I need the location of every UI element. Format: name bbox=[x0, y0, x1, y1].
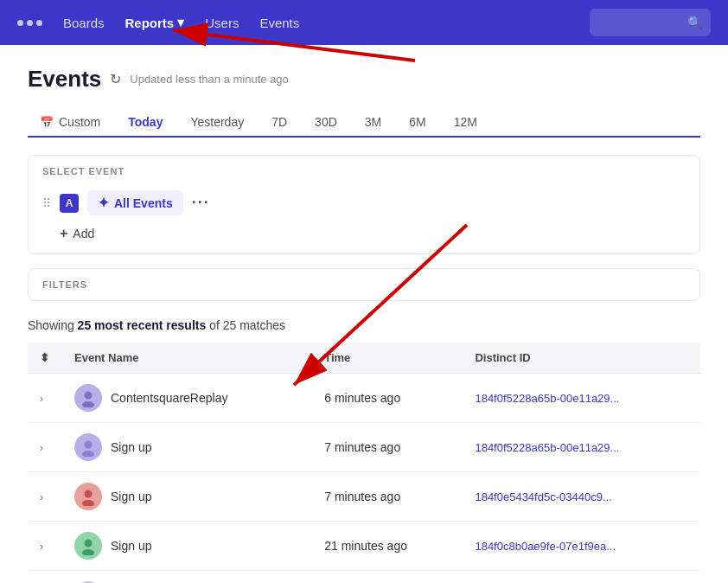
main-content: Events ↻ Updated less than a minute ago … bbox=[0, 45, 728, 583]
svg-point-0 bbox=[85, 392, 93, 400]
select-event-section: SELECT EVENT ⠿ A ✦ All Events ··· + Add bbox=[28, 155, 700, 254]
navbar: Boards Reports ▾ Users Events 🔍 bbox=[0, 0, 728, 45]
tab-yesterday[interactable]: Yesterday bbox=[178, 108, 256, 138]
row-event-name-0: ContentsquareReplay bbox=[62, 374, 312, 423]
svg-point-2 bbox=[85, 441, 93, 449]
event-name-1: Sign up bbox=[111, 440, 151, 454]
sort-icon: ⬍ bbox=[40, 351, 49, 364]
filters-section: FILTERS bbox=[28, 268, 700, 301]
row-time-0: 6 minutes ago bbox=[312, 374, 463, 423]
svg-point-5 bbox=[82, 500, 94, 506]
avatar-2 bbox=[74, 483, 102, 510]
add-event-row[interactable]: + Add bbox=[29, 219, 699, 253]
tab-3m[interactable]: 3M bbox=[353, 108, 393, 138]
row-event-name-1: Sign up bbox=[62, 423, 312, 472]
avatar-3 bbox=[74, 532, 102, 560]
row-event-name-2: Sign up bbox=[62, 472, 312, 522]
events-table: ⬍ Event Name Time Distinct ID › bbox=[28, 343, 700, 583]
row-expand-2[interactable]: › bbox=[28, 472, 62, 522]
distinct-id-link-2[interactable]: 184f0e5434fd5c-03440c9... bbox=[475, 490, 611, 503]
event-letter: A bbox=[60, 194, 79, 213]
tab-7d[interactable]: 7D bbox=[259, 108, 299, 138]
page-header: Events ↻ Updated less than a minute ago bbox=[28, 66, 700, 93]
expand-button-0[interactable]: › bbox=[40, 393, 43, 405]
chevron-down-icon: ▾ bbox=[177, 15, 184, 30]
col-expand: ⬍ bbox=[28, 343, 62, 374]
drag-handle-icon[interactable]: ⠿ bbox=[42, 196, 51, 210]
row-expand-3[interactable]: › bbox=[28, 522, 62, 571]
nav-dot-1 bbox=[17, 20, 23, 26]
avatar-0 bbox=[74, 384, 102, 412]
expand-button-2[interactable]: › bbox=[40, 491, 43, 503]
row-time-2: 7 minutes ago bbox=[312, 472, 463, 522]
table-row: › Sign up 7 minutes ago 184f0f5228a65b-0… bbox=[28, 423, 700, 472]
sparkle-icon: ✦ bbox=[98, 195, 109, 211]
row-event-name-4: ContentsquareReplay bbox=[62, 571, 312, 584]
table-header-row: ⬍ Event Name Time Distinct ID bbox=[28, 343, 700, 374]
row-time-3: 21 minutes ago bbox=[312, 522, 463, 571]
nav-dot-2 bbox=[27, 20, 33, 26]
expand-button-1[interactable]: › bbox=[40, 442, 43, 454]
distinct-id-link-1[interactable]: 184f0f5228a65b-00e11a29... bbox=[475, 441, 619, 454]
tab-today[interactable]: Today bbox=[116, 108, 175, 138]
calendar-icon: 📅 bbox=[40, 116, 54, 129]
row-time-1: 7 minutes ago bbox=[312, 423, 463, 472]
expand-button-3[interactable]: › bbox=[40, 541, 43, 553]
col-time: Time bbox=[312, 343, 463, 374]
row-expand-1[interactable]: › bbox=[28, 423, 62, 472]
tab-custom[interactable]: 📅 Custom bbox=[28, 108, 112, 138]
col-event-name: Event Name bbox=[62, 343, 312, 374]
page-title: Events bbox=[28, 66, 101, 93]
svg-point-7 bbox=[82, 549, 94, 555]
add-label: Add bbox=[73, 227, 94, 240]
table-row: › ContentsquareReplay 22 minutes ago 184… bbox=[28, 571, 700, 584]
row-distinct-id-1[interactable]: 184f0f5228a65b-00e11a29... bbox=[463, 423, 700, 472]
row-distinct-id-0[interactable]: 184f0f5228a65b-00e11a29... bbox=[463, 374, 700, 423]
table-row: › Sign up 7 minutes ago 184f0e5434fd5c-0… bbox=[28, 472, 700, 522]
tab-12m[interactable]: 12M bbox=[442, 108, 489, 138]
nav-item-reports[interactable]: Reports ▾ bbox=[125, 15, 185, 30]
all-events-button[interactable]: ✦ All Events bbox=[87, 190, 183, 215]
avatar-1 bbox=[74, 433, 102, 461]
nav-item-boards[interactable]: Boards bbox=[63, 16, 105, 30]
updated-text: Updated less than a minute ago bbox=[130, 73, 289, 86]
refresh-button[interactable]: ↻ bbox=[110, 71, 121, 87]
row-expand-0[interactable]: › bbox=[28, 374, 62, 423]
event-row: ⠿ A ✦ All Events ··· bbox=[29, 183, 699, 219]
row-time-4: 22 minutes ago bbox=[312, 571, 463, 584]
event-name-0: ContentsquareReplay bbox=[111, 391, 227, 405]
tab-30d[interactable]: 30D bbox=[303, 108, 349, 138]
row-distinct-id-2[interactable]: 184f0e5434fd5c-03440c9... bbox=[463, 472, 700, 522]
search-icon: 🔍 bbox=[687, 16, 702, 29]
event-name-2: Sign up bbox=[111, 490, 151, 503]
nav-dot-3 bbox=[36, 20, 42, 26]
event-name-3: Sign up bbox=[111, 539, 151, 553]
filters-label: FILTERS bbox=[29, 269, 699, 300]
tab-6m[interactable]: 6M bbox=[397, 108, 437, 138]
distinct-id-link-0[interactable]: 184f0f5228a65b-00e11a29... bbox=[475, 392, 619, 405]
row-distinct-id-3[interactable]: 184f0c8b0ae9fe-07e1f9ea... bbox=[463, 522, 700, 571]
nav-dots bbox=[17, 20, 42, 26]
search-bar[interactable]: 🔍 bbox=[590, 9, 711, 36]
col-distinct-id: Distinct ID bbox=[463, 343, 700, 374]
row-expand-4[interactable]: › bbox=[28, 571, 62, 584]
showing-text: Showing 25 most recent results of 25 mat… bbox=[28, 318, 700, 332]
svg-point-4 bbox=[85, 490, 93, 498]
date-tabs: 📅 Custom Today Yesterday 7D 30D 3M 6M 12… bbox=[28, 108, 700, 138]
svg-point-6 bbox=[85, 540, 93, 548]
row-event-name-3: Sign up bbox=[62, 522, 312, 571]
table-row: › ContentsquareReplay 6 minutes ago 184f… bbox=[28, 374, 700, 423]
more-options-button[interactable]: ··· bbox=[192, 194, 210, 212]
add-icon: + bbox=[60, 226, 67, 241]
svg-point-1 bbox=[82, 401, 94, 407]
table-row: › Sign up 21 minutes ago 184f0c8b0ae9fe-… bbox=[28, 522, 700, 571]
svg-point-3 bbox=[82, 451, 94, 457]
select-event-label: SELECT EVENT bbox=[29, 156, 699, 183]
distinct-id-link-3[interactable]: 184f0c8b0ae9fe-07e1f9ea... bbox=[475, 540, 616, 553]
nav-item-users[interactable]: Users bbox=[205, 16, 239, 30]
row-distinct-id-4[interactable]: 184f0e71f961397-0390ff0d... bbox=[463, 571, 700, 584]
nav-item-events[interactable]: Events bbox=[259, 16, 299, 30]
